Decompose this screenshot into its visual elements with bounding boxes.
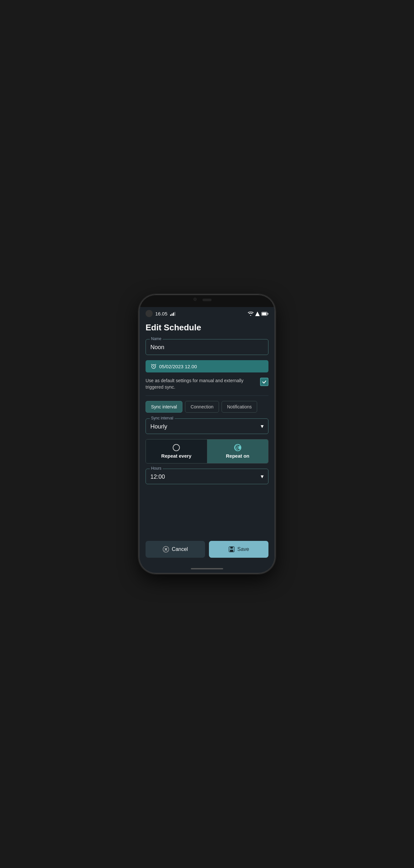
- default-settings-checkbox[interactable]: [260, 378, 269, 386]
- cancel-button[interactable]: Cancel: [145, 541, 205, 558]
- home-bar[interactable]: [191, 568, 223, 569]
- default-settings-row: Use as default settings for manual and e…: [145, 378, 269, 396]
- tab-connection[interactable]: Connection: [185, 401, 219, 413]
- bottom-buttons: Cancel Save: [145, 534, 269, 558]
- volume-up-button[interactable]: [139, 346, 139, 360]
- status-bar: 16.05: [139, 307, 275, 319]
- save-button[interactable]: Save: [209, 541, 269, 558]
- main-content: Edit Schedule Name 05/02/2023 12.00 U: [139, 319, 275, 564]
- page-title: Edit Schedule: [145, 322, 269, 333]
- hours-dropdown-wrapper: Hours 01:00 02:00 03:00 04:00 05:00 06:0…: [145, 469, 269, 484]
- cell-signal-icon: [255, 311, 260, 316]
- camera-pill: [203, 299, 211, 301]
- signal-bars-icon: [170, 311, 175, 316]
- sync-interval-dropdown-label: Sync interval: [150, 416, 175, 421]
- cancel-label: Cancel: [172, 547, 188, 552]
- repeat-every-label: Repeat every: [162, 453, 192, 459]
- default-settings-text: Use as default settings for manual and e…: [145, 378, 256, 390]
- repeat-every-option[interactable]: Repeat every: [146, 439, 207, 463]
- svg-rect-3: [174, 312, 175, 316]
- phone-device: 16.05: [139, 295, 275, 573]
- svg-point-9: [235, 446, 238, 450]
- repeat-on-radio-icon: [234, 444, 241, 451]
- home-indicator: [139, 564, 275, 573]
- svg-rect-6: [268, 313, 269, 314]
- status-time: 16.05: [155, 311, 168, 316]
- battery-icon: [261, 311, 269, 316]
- wifi-icon: [248, 311, 253, 316]
- save-label: Save: [237, 547, 249, 552]
- hours-dropdown-label: Hours: [150, 466, 163, 471]
- status-right: [248, 311, 269, 316]
- sync-interval-dropdown-wrapper: Sync interval Manual Hourly Daily Weekly…: [145, 418, 269, 434]
- volume-down-button[interactable]: [139, 364, 139, 377]
- tabs-row: Sync interval Connection Notifications: [145, 401, 269, 413]
- front-camera: [194, 298, 197, 301]
- save-icon: [228, 546, 235, 553]
- status-left: 16.05: [145, 310, 175, 317]
- name-field-label: Name: [150, 337, 163, 341]
- svg-rect-12: [230, 547, 233, 549]
- svg-rect-2: [173, 313, 174, 316]
- avatar: [145, 310, 153, 317]
- repeat-toggle: Repeat every Repeat on: [145, 439, 269, 463]
- name-input[interactable]: [146, 339, 268, 355]
- phone-top-bar: [139, 295, 275, 307]
- repeat-every-radio-icon: [173, 444, 180, 451]
- cancel-icon: [163, 546, 169, 553]
- datetime-button[interactable]: 05/02/2023 12.00: [145, 360, 269, 372]
- power-button[interactable]: [275, 360, 275, 379]
- screen: 16.05: [139, 307, 275, 573]
- svg-rect-1: [171, 313, 172, 316]
- svg-rect-0: [170, 314, 171, 316]
- repeat-on-option[interactable]: Repeat on: [207, 439, 269, 463]
- alarm-clock-icon: [151, 363, 157, 369]
- svg-rect-7: [262, 313, 267, 315]
- name-field-wrapper: Name: [145, 339, 269, 355]
- checkmark-icon: [262, 379, 267, 384]
- repeat-on-label: Repeat on: [226, 453, 249, 459]
- tab-sync-interval[interactable]: Sync interval: [145, 401, 182, 413]
- tab-notifications[interactable]: Notifications: [221, 401, 257, 413]
- sync-interval-select[interactable]: Manual Hourly Daily Weekly: [146, 419, 268, 434]
- datetime-label: 05/02/2023 12.00: [159, 364, 197, 369]
- hours-select[interactable]: 01:00 02:00 03:00 04:00 05:00 06:00 07:0…: [146, 469, 268, 484]
- svg-rect-13: [230, 550, 233, 552]
- svg-marker-4: [255, 312, 260, 316]
